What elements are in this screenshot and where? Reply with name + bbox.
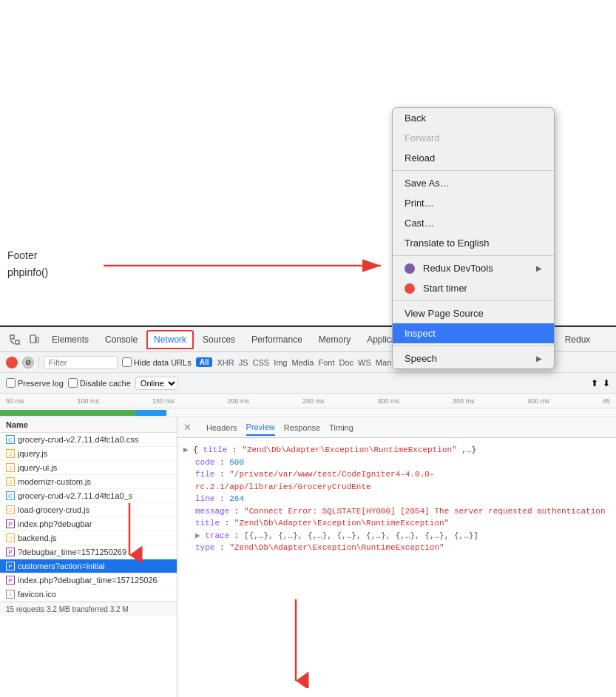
red-arrow-right: [104, 247, 399, 284]
tab-redux[interactable]: Redux: [558, 330, 598, 349]
context-menu-redux-devtools[interactable]: Redux DevTools ▶: [393, 258, 554, 278]
context-menu-translate[interactable]: Translate to English: [393, 233, 554, 253]
preview-panel: ✕ Headers Preview Response Timing ▶ { ti…: [177, 417, 616, 697]
file-item-12[interactable]: I favicon.ico: [0, 587, 177, 602]
file-item-1[interactable]: C grocery-crud-v2.7.11.d4fc1a0.css: [0, 433, 177, 447]
device-mode-btn[interactable]: [25, 331, 43, 348]
timeline-labels: 50 ms 100 ms 150 ms 200 ms 250 ms 300 ms…: [6, 397, 610, 405]
toolbar-right: ⬆ ⬇: [591, 378, 610, 388]
preserve-log-checkbox[interactable]: [6, 378, 16, 388]
file-item-3[interactable]: J jquery-ui.js: [0, 461, 177, 475]
import-btn[interactable]: ⬆: [591, 378, 598, 388]
file-list-header: Name: [0, 417, 177, 433]
file-item-5[interactable]: C grocery-crud-v2.7.11.d4fc1a0_s: [0, 489, 177, 503]
file-icon-css-2: C: [6, 491, 15, 500]
tab-elements[interactable]: Elements: [44, 330, 96, 349]
svg-rect-3: [16, 340, 19, 344]
tab-network[interactable]: Network: [146, 330, 194, 349]
hide-data-urls-checkbox[interactable]: [122, 357, 132, 367]
svg-rect-6: [36, 337, 38, 343]
svg-rect-2: [10, 335, 14, 339]
timeline-labels-row: 50 ms 100 ms 150 ms 200 ms 250 ms 300 ms…: [0, 394, 616, 408]
ws-filter[interactable]: WS: [358, 358, 371, 367]
context-menu-view-source[interactable]: View Page Source: [393, 303, 554, 323]
file-item-2[interactable]: J jquery.js: [0, 447, 177, 461]
file-item-6[interactable]: J load-grocery-crud.js: [0, 503, 177, 517]
filter-input[interactable]: [44, 356, 118, 369]
file-item-8[interactable]: J backend.js: [0, 531, 177, 545]
json-content: ▶ { title : "Zend\Db\Adapter\Exception\R…: [177, 438, 616, 560]
file-icon-js: J: [6, 449, 15, 458]
file-icon-php-3: P: [6, 562, 15, 570]
file-item-10-active[interactable]: P customers?action=initial: [0, 559, 177, 573]
file-icon-js-2: J: [6, 463, 15, 472]
file-item-4[interactable]: J modernizr-custom.js: [0, 475, 177, 489]
preview-tab-preview[interactable]: Preview: [246, 420, 275, 436]
context-menu-speech[interactable]: Speech ▶: [393, 348, 554, 368]
disable-cache-checkbox[interactable]: [68, 378, 78, 388]
doc-filter[interactable]: Doc: [339, 358, 353, 367]
file-icon-js-4: J: [6, 505, 15, 514]
tab-sources[interactable]: Sources: [195, 330, 243, 349]
preview-tab-headers[interactable]: Headers: [206, 420, 237, 435]
export-btn[interactable]: ⬇: [603, 378, 610, 388]
file-icon-php-4: P: [6, 576, 15, 585]
timeline-bars: [0, 408, 616, 417]
font-filter[interactable]: Font: [318, 358, 334, 367]
file-item-9[interactable]: P ?debugbar_time=1571250269: [0, 545, 177, 559]
footer-line1: Footer: [7, 247, 48, 263]
json-title2-line: title : "Zend\Db\Adapter\Exception\Runti…: [195, 517, 610, 530]
context-menu-print[interactable]: Print…: [393, 193, 554, 213]
disable-cache-label: Disable cache: [68, 378, 131, 388]
context-menu-back[interactable]: Back: [393, 108, 554, 128]
preview-tab-timing[interactable]: Timing: [329, 420, 353, 435]
file-icon-php-2: P: [6, 548, 15, 556]
hide-data-urls-label: Hide data URLs: [122, 357, 192, 367]
browser-page: Footer phpinfo() Back Forward Reload Sav…: [0, 0, 616, 326]
svg-line-4: [10, 340, 14, 344]
file-icon-js-3: J: [6, 477, 15, 486]
context-menu-save-as[interactable]: Save As…: [393, 173, 554, 193]
stop-btn[interactable]: ⊘: [22, 357, 34, 368]
context-menu-reload[interactable]: Reload: [393, 148, 554, 168]
tab-console[interactable]: Console: [98, 330, 145, 349]
media-filter[interactable]: Media: [291, 358, 314, 367]
preview-tab-response[interactable]: Response: [284, 420, 321, 435]
file-list-footer: 15 requests 3.2 MB transferred 3.2 M: [0, 602, 177, 616]
file-item-7[interactable]: P index.php?debugbar: [0, 517, 177, 531]
context-menu-cast[interactable]: Cast…: [393, 213, 554, 233]
json-type-line: type : "Zend\Db\Adapter\Exception\Runtim…: [195, 542, 610, 554]
json-message-line: message : "Connect Error: SQLSTATE[HY000…: [195, 505, 610, 518]
file-icon-css: C: [6, 435, 15, 444]
xhr-filter[interactable]: XHR: [217, 358, 234, 367]
file-icon-js-5: J: [6, 533, 15, 542]
context-menu-forward[interactable]: Forward: [393, 128, 554, 148]
context-menu-start-timer[interactable]: Start timer: [393, 278, 554, 298]
page-footer: Footer phpinfo(): [7, 247, 48, 280]
img-filter[interactable]: Img: [274, 358, 287, 367]
submenu-arrow: ▶: [536, 264, 542, 272]
inspect-element-btn[interactable]: [6, 331, 24, 348]
record-btn[interactable]: [6, 357, 18, 368]
file-item-11[interactable]: P index.php?debugbar_time=157125026: [0, 573, 177, 587]
timeline-bar-green: [0, 410, 135, 416]
all-badge[interactable]: All: [196, 357, 213, 367]
tab-memory[interactable]: Memory: [311, 330, 358, 349]
separator-2: [393, 255, 554, 256]
file-icon-ico: I: [6, 590, 15, 599]
context-menu-inspect[interactable]: Inspect: [393, 323, 554, 343]
tab-performance[interactable]: Performance: [244, 330, 310, 349]
svg-rect-5: [30, 335, 35, 343]
file-icon-php: P: [6, 519, 15, 528]
toolbar-separator: [38, 357, 39, 368]
devtools-toolbar-2: Preserve log Disable cache Online ⬆ ⬇: [0, 373, 616, 394]
json-code-line: code : 500: [195, 457, 610, 469]
js-filter[interactable]: JS: [239, 358, 248, 367]
separator-3: [393, 300, 554, 301]
separator-4: [393, 346, 554, 346]
css-filter[interactable]: CSS: [253, 358, 270, 367]
throttle-select[interactable]: Online: [135, 377, 178, 390]
json-trace-line: ▶ trace : [{,…}, {,…}, {,…}, {,…}, {,…},…: [195, 530, 610, 542]
json-title-line: ▶ { title : "Zend\Db\Adapter\Exception\R…: [183, 444, 610, 457]
preview-close-btn[interactable]: ✕: [183, 422, 192, 433]
